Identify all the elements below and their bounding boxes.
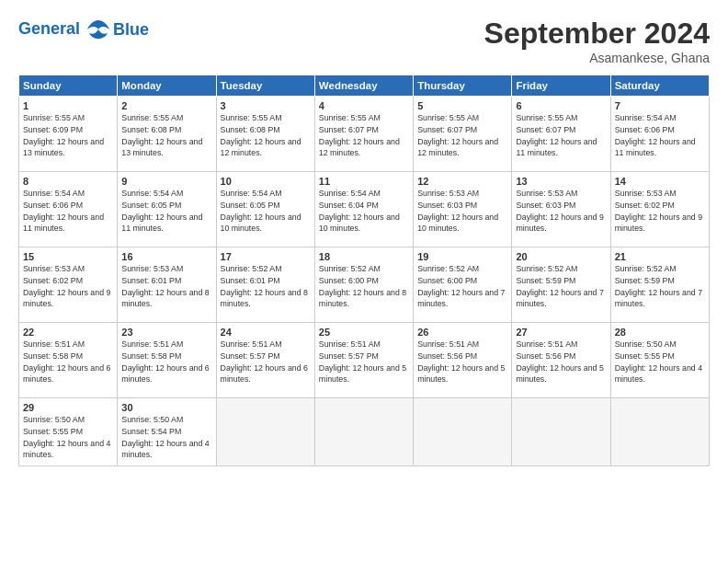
col-friday: Friday — [512, 75, 610, 97]
table-row: 7Sunrise: 5:54 AMSunset: 6:06 PMDaylight… — [610, 97, 709, 172]
logo: General Blue — [18, 17, 149, 42]
day-info: Sunrise: 5:50 AMSunset: 5:55 PMDaylight:… — [615, 339, 705, 385]
day-info: Sunrise: 5:51 AMSunset: 5:57 PMDaylight:… — [319, 339, 409, 385]
col-wednesday: Wednesday — [314, 75, 413, 97]
table-row — [216, 398, 314, 466]
day-number: 16 — [121, 251, 211, 262]
calendar-week-2: 8Sunrise: 5:54 AMSunset: 6:06 PMDaylight… — [19, 172, 710, 247]
table-row: 24Sunrise: 5:51 AMSunset: 5:57 PMDayligh… — [216, 323, 314, 398]
day-number: 10 — [221, 176, 311, 187]
table-row: 19Sunrise: 5:52 AMSunset: 6:00 PMDayligh… — [414, 247, 512, 323]
table-row — [314, 398, 413, 466]
calendar-table: Sunday Monday Tuesday Wednesday Thursday… — [18, 75, 710, 466]
table-row: 14Sunrise: 5:53 AMSunset: 6:02 PMDayligh… — [610, 172, 709, 247]
day-info: Sunrise: 5:50 AMSunset: 5:54 PMDaylight:… — [121, 414, 211, 461]
day-info: Sunrise: 5:51 AMSunset: 5:58 PMDaylight:… — [23, 339, 113, 385]
day-info: Sunrise: 5:51 AMSunset: 5:56 PMDaylight:… — [516, 339, 606, 385]
day-number: 7 — [615, 100, 705, 111]
day-number: 12 — [417, 176, 507, 187]
day-info: Sunrise: 5:52 AMSunset: 6:00 PMDaylight:… — [417, 263, 507, 310]
day-number: 22 — [23, 327, 113, 338]
table-row: 1Sunrise: 5:55 AMSunset: 6:09 PMDaylight… — [19, 97, 118, 172]
day-number: 29 — [23, 402, 113, 413]
day-info: Sunrise: 5:53 AMSunset: 6:02 PMDaylight:… — [23, 263, 113, 310]
logo-blue: Blue — [113, 20, 149, 40]
day-number: 18 — [319, 251, 409, 262]
col-monday: Monday — [118, 75, 216, 97]
table-row: 16Sunrise: 5:53 AMSunset: 6:01 PMDayligh… — [118, 247, 216, 323]
calendar-header-row: Sunday Monday Tuesday Wednesday Thursday… — [19, 75, 710, 97]
day-number: 8 — [23, 176, 113, 187]
day-info: Sunrise: 5:52 AMSunset: 6:01 PMDaylight:… — [221, 263, 311, 310]
day-info: Sunrise: 5:52 AMSunset: 5:59 PMDaylight:… — [615, 263, 705, 310]
logo-bird-icon — [85, 17, 111, 42]
day-number: 1 — [23, 100, 113, 111]
day-info: Sunrise: 5:55 AMSunset: 6:08 PMDaylight:… — [121, 112, 211, 159]
day-number: 24 — [221, 327, 311, 338]
logo-general: General — [18, 19, 80, 38]
day-info: Sunrise: 5:54 AMSunset: 6:06 PMDaylight:… — [23, 188, 113, 235]
page: General Blue September 2024 Asamankese, … — [0, 0, 728, 563]
day-number: 19 — [417, 251, 507, 262]
day-number: 23 — [121, 327, 211, 338]
table-row: 2Sunrise: 5:55 AMSunset: 6:08 PMDaylight… — [118, 97, 216, 172]
day-info: Sunrise: 5:54 AMSunset: 6:05 PMDaylight:… — [221, 188, 311, 235]
col-saturday: Saturday — [610, 75, 709, 97]
table-row: 21Sunrise: 5:52 AMSunset: 5:59 PMDayligh… — [610, 247, 709, 323]
day-number: 14 — [615, 176, 705, 187]
table-row: 30Sunrise: 5:50 AMSunset: 5:54 PMDayligh… — [118, 398, 216, 466]
calendar-week-4: 22Sunrise: 5:51 AMSunset: 5:58 PMDayligh… — [19, 323, 710, 398]
day-info: Sunrise: 5:55 AMSunset: 6:07 PMDaylight:… — [319, 112, 409, 159]
calendar-week-1: 1Sunrise: 5:55 AMSunset: 6:09 PMDaylight… — [19, 97, 710, 172]
table-row: 25Sunrise: 5:51 AMSunset: 5:57 PMDayligh… — [314, 323, 413, 398]
table-row: 8Sunrise: 5:54 AMSunset: 6:06 PMDaylight… — [19, 172, 118, 247]
table-row: 27Sunrise: 5:51 AMSunset: 5:56 PMDayligh… — [512, 323, 610, 398]
month-title: September 2024 — [484, 17, 710, 51]
table-row: 18Sunrise: 5:52 AMSunset: 6:00 PMDayligh… — [314, 247, 413, 323]
title-block: September 2024 Asamankese, Ghana — [484, 17, 710, 65]
day-number: 11 — [319, 176, 409, 187]
day-number: 5 — [417, 100, 507, 111]
table-row: 10Sunrise: 5:54 AMSunset: 6:05 PMDayligh… — [216, 172, 314, 247]
day-number: 15 — [23, 251, 113, 262]
day-number: 25 — [319, 327, 409, 338]
location: Asamankese, Ghana — [484, 51, 710, 65]
table-row: 3Sunrise: 5:55 AMSunset: 6:08 PMDaylight… — [216, 97, 314, 172]
table-row: 20Sunrise: 5:52 AMSunset: 5:59 PMDayligh… — [512, 247, 610, 323]
day-number: 26 — [417, 327, 507, 338]
day-info: Sunrise: 5:52 AMSunset: 6:00 PMDaylight:… — [319, 263, 409, 310]
table-row: 6Sunrise: 5:55 AMSunset: 6:07 PMDaylight… — [512, 97, 610, 172]
calendar-week-3: 15Sunrise: 5:53 AMSunset: 6:02 PMDayligh… — [19, 247, 710, 323]
table-row: 26Sunrise: 5:51 AMSunset: 5:56 PMDayligh… — [414, 323, 512, 398]
day-info: Sunrise: 5:52 AMSunset: 5:59 PMDaylight:… — [516, 263, 606, 310]
header: General Blue September 2024 Asamankese, … — [18, 17, 710, 65]
day-info: Sunrise: 5:55 AMSunset: 6:07 PMDaylight:… — [516, 112, 606, 159]
table-row: 22Sunrise: 5:51 AMSunset: 5:58 PMDayligh… — [19, 323, 118, 398]
table-row — [512, 398, 610, 466]
table-row: 12Sunrise: 5:53 AMSunset: 6:03 PMDayligh… — [414, 172, 512, 247]
day-info: Sunrise: 5:55 AMSunset: 6:09 PMDaylight:… — [23, 112, 113, 159]
day-info: Sunrise: 5:53 AMSunset: 6:01 PMDaylight:… — [121, 263, 211, 310]
day-info: Sunrise: 5:53 AMSunset: 6:03 PMDaylight:… — [417, 188, 507, 235]
table-row: 15Sunrise: 5:53 AMSunset: 6:02 PMDayligh… — [19, 247, 118, 323]
day-number: 9 — [121, 176, 211, 187]
day-number: 27 — [516, 327, 606, 338]
day-info: Sunrise: 5:53 AMSunset: 6:02 PMDaylight:… — [615, 188, 705, 235]
table-row: 23Sunrise: 5:51 AMSunset: 5:58 PMDayligh… — [118, 323, 216, 398]
day-info: Sunrise: 5:53 AMSunset: 6:03 PMDaylight:… — [516, 188, 606, 235]
col-thursday: Thursday — [414, 75, 512, 97]
calendar-week-5: 29Sunrise: 5:50 AMSunset: 5:55 PMDayligh… — [19, 398, 710, 466]
table-row: 17Sunrise: 5:52 AMSunset: 6:01 PMDayligh… — [216, 247, 314, 323]
day-number: 2 — [121, 100, 211, 111]
table-row: 4Sunrise: 5:55 AMSunset: 6:07 PMDaylight… — [314, 97, 413, 172]
day-number: 4 — [319, 100, 409, 111]
table-row: 29Sunrise: 5:50 AMSunset: 5:55 PMDayligh… — [19, 398, 118, 466]
day-number: 30 — [121, 402, 211, 413]
table-row — [610, 398, 709, 466]
day-number: 13 — [516, 176, 606, 187]
table-row: 28Sunrise: 5:50 AMSunset: 5:55 PMDayligh… — [610, 323, 709, 398]
table-row: 11Sunrise: 5:54 AMSunset: 6:04 PMDayligh… — [314, 172, 413, 247]
day-info: Sunrise: 5:54 AMSunset: 6:04 PMDaylight:… — [319, 188, 409, 235]
day-number: 21 — [615, 251, 705, 262]
col-sunday: Sunday — [19, 75, 118, 97]
